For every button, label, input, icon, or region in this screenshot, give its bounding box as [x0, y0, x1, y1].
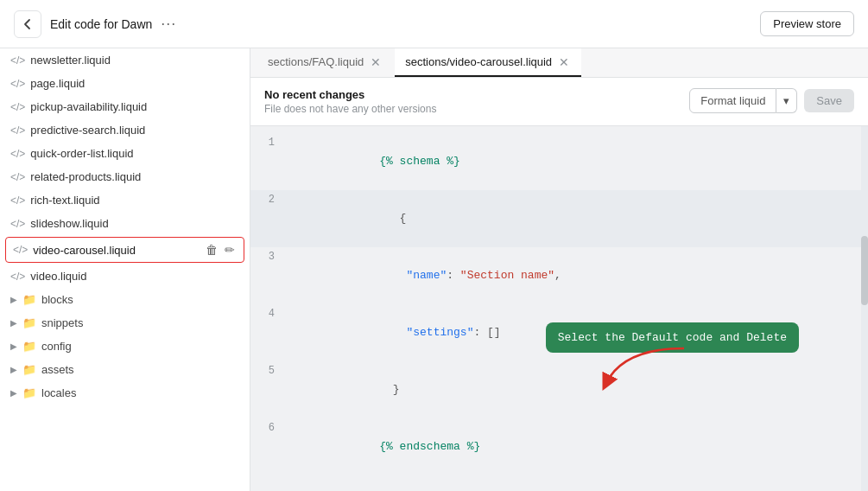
line-content: { [285, 190, 868, 247]
folder-icon: 📁 [22, 316, 36, 329]
sidebar-item-quick-order[interactable]: </> quick-order-list.liquid [0, 142, 250, 165]
header-left: Edit code for Dawn ··· [14, 10, 176, 38]
header: Edit code for Dawn ··· Preview store [0, 0, 868, 48]
sidebar-item-label: predictive-search.liquid [30, 124, 145, 137]
folder-label: assets [41, 363, 74, 376]
line-number: 3 [250, 247, 285, 266]
code-icon: </> [10, 54, 25, 67]
folder-item-snippets[interactable]: ▶ 📁 snippets [0, 311, 250, 335]
folder-label: blocks [41, 293, 73, 306]
code-icon: </> [10, 124, 25, 137]
sidebar-item-page[interactable]: </> page.liquid [0, 72, 250, 95]
tab-close-faq[interactable]: ✕ [369, 56, 383, 68]
line-content: "settings": [] [285, 304, 868, 361]
chevron-right-icon: ▶ [10, 388, 17, 398]
code-icon: </> [13, 244, 28, 256]
format-button-group: Format liquid ▾ [689, 88, 797, 113]
preview-store-button[interactable]: Preview store [760, 11, 854, 36]
folder-item-locales[interactable]: ▶ 📁 locales [0, 381, 250, 405]
sidebar-item-label: video-carousel.liquid [33, 244, 136, 257]
line-number: 4 [250, 304, 285, 323]
folder-item-assets[interactable]: ▶ 📁 assets [0, 358, 250, 381]
save-button[interactable]: Save [804, 89, 854, 112]
sidebar-item-video[interactable]: </> video.liquid [0, 265, 250, 288]
code-editor[interactable]: 1 {% schema %} 2 { 3 [250, 126, 868, 491]
sidebar-item-newsletter[interactable]: </> newsletter.liquid [0, 48, 250, 72]
code-line-6: 6 {% endschema %} [250, 418, 868, 475]
tab-close-video-carousel[interactable]: ✕ [557, 56, 571, 68]
toolbar-right: Format liquid ▾ Save [689, 88, 854, 113]
line-content: {% schema %} [285, 133, 868, 190]
code-icon: </> [10, 171, 25, 183]
line-content: } [285, 361, 868, 418]
sidebar-item-rich-text[interactable]: </> rich-text.liquid [0, 188, 250, 212]
line-content: "name": "Section name", [285, 247, 868, 304]
layout: </> newsletter.liquid </> page.liquid </… [0, 48, 868, 491]
line-number: 6 [250, 418, 285, 437]
folder-item-blocks[interactable]: ▶ 📁 blocks [0, 288, 250, 311]
sidebar-item-label: video.liquid [30, 270, 86, 283]
tab-video-carousel[interactable]: sections/video-carousel.liquid ✕ [395, 48, 581, 77]
sidebar-item-video-carousel[interactable]: </> video-carousel.liquid 🗑 ✏ [5, 237, 244, 263]
tab-bar: sections/FAQ.liquid ✕ sections/video-car… [250, 48, 868, 78]
code-line-1: 1 {% schema %} [250, 133, 868, 190]
tab-label: sections/video-carousel.liquid [405, 55, 552, 68]
chevron-right-icon: ▶ [10, 341, 17, 351]
sidebar-item-pickup[interactable]: </> pickup-availability.liquid [0, 95, 250, 118]
line-number: 1 [250, 133, 285, 152]
sidebar-item-related[interactable]: </> related-products.liquid [0, 165, 250, 188]
sidebar-item-predictive[interactable]: </> predictive-search.liquid [0, 118, 250, 142]
code-icon: </> [10, 148, 25, 160]
folder-icon: 📁 [22, 386, 36, 399]
sidebar-item-label: page.liquid [30, 77, 85, 90]
editor-area: No recent changes File does not have any… [250, 78, 868, 491]
scrollbar-thumb[interactable] [861, 236, 868, 305]
chevron-right-icon: ▶ [10, 318, 17, 328]
chevron-right-icon: ▶ [10, 295, 17, 304]
code-icon: </> [10, 78, 25, 90]
main-content: sections/FAQ.liquid ✕ sections/video-car… [250, 48, 868, 491]
sidebar: </> newsletter.liquid </> page.liquid </… [0, 48, 250, 491]
sidebar-item-label: rich-text.liquid [30, 194, 99, 207]
code-line-3: 3 "name": "Section name", [250, 247, 868, 304]
line-number: 2 [250, 190, 285, 209]
sidebar-item-label: quick-order-list.liquid [30, 147, 133, 160]
code-line-2: 2 { [250, 190, 868, 247]
sidebar-item-slideshow[interactable]: </> slideshow.liquid [0, 212, 250, 235]
tab-faq[interactable]: sections/FAQ.liquid ✕ [257, 48, 393, 77]
no-changes-title: No recent changes [264, 88, 436, 101]
folder-icon: 📁 [22, 340, 36, 353]
sidebar-item-label: pickup-availability.liquid [30, 100, 147, 113]
folder-label: snippets [41, 316, 83, 329]
delete-file-button[interactable]: 🗑 [204, 241, 219, 258]
page-title: Edit code for Dawn [50, 17, 152, 31]
code-line-4: 4 "settings": [] [250, 304, 868, 361]
sidebar-item-label: related-products.liquid [30, 170, 141, 183]
folder-item-config[interactable]: ▶ 📁 config [0, 335, 250, 358]
editor-toolbar: No recent changes File does not have any… [250, 78, 868, 126]
edit-file-button[interactable]: ✏ [223, 241, 237, 258]
code-line-5: 5 } [250, 361, 868, 418]
format-liquid-button[interactable]: Format liquid [689, 88, 776, 113]
sidebar-item-label: slideshow.liquid [30, 217, 108, 230]
line-number: 5 [250, 361, 285, 380]
toolbar-left: No recent changes File does not have any… [264, 88, 436, 115]
folder-icon: 📁 [22, 363, 36, 376]
code-icon: </> [10, 101, 25, 113]
code-icon: </> [10, 271, 25, 283]
line-content: {% endschema %} [285, 418, 868, 475]
item-actions: 🗑 ✏ [204, 241, 237, 258]
chevron-right-icon: ▶ [10, 365, 17, 374]
code-icon: </> [10, 194, 25, 207]
folder-icon: 📁 [22, 293, 36, 306]
back-button[interactable] [14, 10, 41, 38]
code-icon: </> [10, 218, 25, 230]
sidebar-item-label: newsletter.liquid [30, 54, 111, 67]
no-changes-subtitle: File does not have any other versions [264, 103, 436, 115]
format-dropdown-button[interactable]: ▾ [776, 88, 797, 113]
scrollbar-track[interactable] [861, 126, 868, 491]
tab-label: sections/FAQ.liquid [268, 55, 364, 68]
folder-label: config [41, 340, 72, 353]
folder-label: locales [41, 386, 76, 399]
more-options-icon[interactable]: ··· [161, 15, 176, 33]
